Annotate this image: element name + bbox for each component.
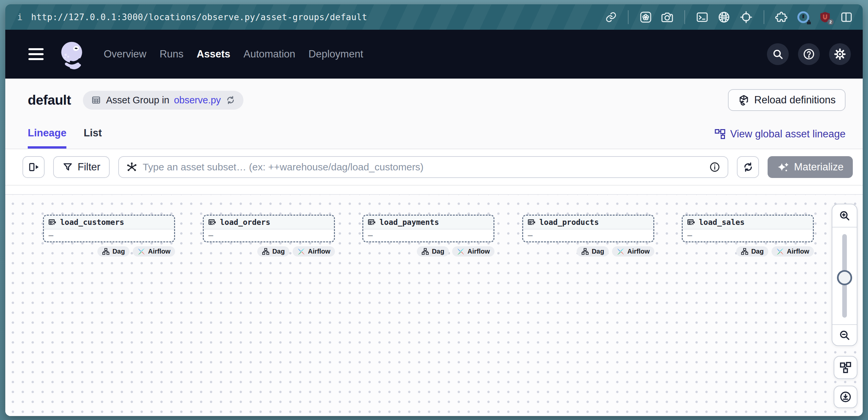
badge-file-link[interactable]: observe.py	[174, 95, 221, 106]
adblock-shield-icon[interactable]: 2	[819, 11, 831, 24]
nav-item-assets[interactable]: Assets	[197, 48, 230, 60]
sync-icon[interactable]	[225, 95, 236, 105]
badge-text: Asset Group in	[106, 95, 169, 106]
sidebar-toggle-icon[interactable]	[840, 11, 853, 24]
tag-dag[interactable]: Dag	[577, 246, 609, 257]
view-global-asset-lineage-link[interactable]: View global asset lineage	[714, 128, 845, 149]
zoom-slider[interactable]	[832, 227, 857, 324]
view-global-label: View global asset lineage	[730, 128, 845, 140]
zoom-in-button[interactable]	[832, 204, 857, 227]
hamburger-menu-icon[interactable]	[28, 48, 43, 60]
table-asset-icon	[208, 218, 217, 227]
terminal-icon[interactable]	[696, 11, 709, 24]
download-image-button[interactable]	[834, 386, 858, 408]
copy-link-icon[interactable]	[605, 11, 617, 23]
shield-badge-count: 2	[827, 19, 834, 25]
tag-dag[interactable]: Dag	[736, 246, 768, 257]
asset-node-status: –	[204, 229, 334, 241]
reload-definitions-button[interactable]: Reload definitions	[728, 89, 845, 111]
tab-lineage[interactable]: Lineage	[28, 127, 66, 149]
asset-node-box[interactable]: load_orders –	[203, 215, 335, 243]
asset-node: load_orders – Dag Airflow	[203, 215, 335, 257]
asset-node-box[interactable]: load_payments –	[362, 215, 494, 243]
info-icon[interactable]	[709, 161, 720, 173]
asset-selection-icon	[126, 161, 137, 173]
tag-label: Airflow	[308, 248, 330, 255]
asset-node: load_payments – Dag Airflow	[362, 215, 494, 257]
open-side-panel-button[interactable]	[23, 156, 44, 178]
settings-button[interactable]	[829, 43, 851, 65]
table-asset-icon	[527, 218, 536, 227]
screenshot-camera-icon[interactable]	[661, 11, 674, 24]
funnel-icon	[62, 162, 73, 172]
password-manager-icon[interactable]	[797, 10, 810, 24]
graph-header-strip	[5, 186, 863, 195]
asset-group-badge: Asset Group in observe.py	[83, 91, 243, 109]
asset-node-status: –	[44, 229, 174, 241]
asset-node-name: load_customers	[60, 218, 124, 227]
titlebar-divider	[628, 10, 628, 24]
nav-item-runs[interactable]: Runs	[159, 48, 183, 60]
asset-node-box[interactable]: load_sales –	[682, 215, 814, 243]
tag-label: Airflow	[148, 248, 170, 255]
tag-label: Airflow	[627, 248, 650, 255]
titlebar-divider	[764, 10, 764, 24]
tab-bar: Lineage List	[28, 127, 102, 149]
asset-node-status: –	[523, 229, 653, 241]
nav-item-automation[interactable]: Automation	[243, 48, 295, 60]
page-info-icon[interactable]: i	[17, 12, 23, 22]
crosshair-target-icon[interactable]	[740, 10, 753, 24]
dagster-logo[interactable]	[57, 39, 87, 69]
tag-airflow[interactable]: Airflow	[772, 246, 814, 257]
tag-airflow[interactable]: Airflow	[612, 246, 654, 257]
asset-node-name: load_sales	[699, 218, 744, 227]
tag-label: Dag	[751, 248, 764, 255]
asset-node-box[interactable]: load_customers –	[43, 215, 175, 243]
airflow-icon	[617, 248, 625, 256]
materialize-button[interactable]: Materialize	[768, 156, 853, 178]
search-button[interactable]	[767, 43, 789, 65]
container-flower-icon[interactable]	[640, 11, 652, 24]
tag-label: Dag	[432, 248, 444, 255]
tag-airflow[interactable]: Airflow	[452, 246, 494, 257]
rearrange-graph-button[interactable]	[834, 356, 858, 379]
filter-button[interactable]: Filter	[53, 156, 110, 178]
zoom-control-panel	[832, 204, 858, 346]
lineage-canvas[interactable]: load_customers – Dag Airflow	[5, 195, 863, 416]
tag-label: Dag	[112, 248, 125, 255]
asset-node-status: –	[363, 229, 493, 241]
asset-subset-input-wrapper[interactable]	[118, 156, 728, 178]
asset-group-icon	[91, 95, 101, 105]
gear-icon	[834, 48, 846, 60]
tab-list[interactable]: List	[84, 127, 102, 149]
url-bar[interactable]: http://127.0.0.1:3000/locations/observe.…	[31, 12, 367, 22]
asset-node-box[interactable]: load_products –	[522, 215, 654, 243]
refresh-graph-button[interactable]	[737, 156, 759, 178]
zoom-slider-thumb[interactable]	[837, 270, 852, 285]
filter-label: Filter	[78, 161, 100, 173]
extensions-puzzle-icon[interactable]	[775, 11, 788, 24]
asset-node-name: load_products	[539, 218, 599, 227]
zoom-in-icon	[839, 210, 850, 222]
help-button[interactable]	[798, 43, 820, 65]
tag-dag[interactable]: Dag	[417, 246, 449, 257]
tag-airflow[interactable]: Airflow	[292, 246, 335, 257]
tag-airflow[interactable]: Airflow	[133, 246, 175, 257]
nav-item-overview[interactable]: Overview	[104, 48, 146, 60]
nav-item-deployment[interactable]: Deployment	[309, 48, 363, 60]
tag-dag[interactable]: Dag	[257, 246, 289, 257]
zoom-out-button[interactable]	[832, 324, 857, 345]
airflow-icon	[776, 248, 784, 256]
asset-node-name: load_payments	[379, 218, 439, 227]
page-header: default Asset Group in observe.py Reload…	[5, 78, 863, 149]
sparkles-icon	[777, 161, 789, 173]
asset-subset-input[interactable]	[143, 161, 704, 173]
asset-node-name: load_orders	[220, 218, 270, 227]
globe-icon[interactable]	[717, 10, 731, 24]
tag-dag[interactable]: Dag	[97, 246, 129, 257]
dag-icon	[741, 248, 748, 255]
refresh-icon	[743, 161, 754, 173]
download-icon	[839, 391, 852, 403]
dag-icon	[581, 248, 589, 255]
asset-node: load_customers – Dag Airflow	[43, 215, 175, 257]
